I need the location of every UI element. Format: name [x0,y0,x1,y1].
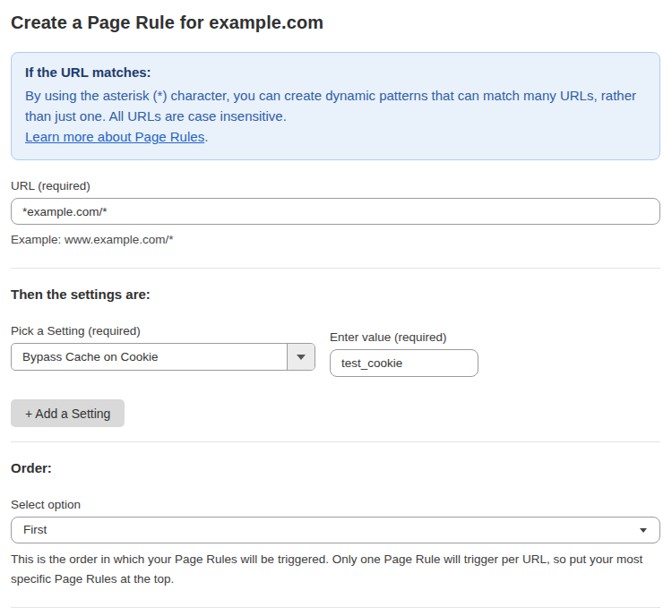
setting-value-column: Enter value (required) [330,330,478,377]
link-suffix: . [204,129,208,144]
setting-dropdown-value: Bypass Cache on Cookie [12,344,287,370]
order-heading: Order: [11,460,660,475]
setting-picker-column: Pick a Setting (required) Bypass Cache o… [11,324,315,371]
info-box-body: By using the asterisk (*) character, you… [25,85,639,126]
page-title: Create a Page Rule for example.com [11,13,660,33]
url-section: URL (required) Example: www.example.com/… [11,179,660,249]
url-input[interactable] [11,198,660,225]
info-box-heading: If the URL matches: [25,64,645,80]
settings-heading: Then the settings are: [11,287,660,302]
caret-down-icon [640,528,647,533]
setting-dropdown-arrow-button[interactable] [287,344,314,370]
setting-value-input[interactable] [330,349,478,377]
url-example-text: Example: www.example.com/* [11,231,660,249]
settings-row: Pick a Setting (required) Bypass Cache o… [11,324,660,377]
divider [11,268,660,269]
setting-picker-label: Pick a Setting (required) [11,324,315,338]
url-label: URL (required) [11,179,660,192]
info-box-link-line: Learn more about Page Rules. [25,126,645,147]
order-select[interactable]: First [11,517,660,543]
order-help-text: This is the order in which your Page Rul… [11,550,658,589]
learn-more-link[interactable]: Learn more about Page Rules [25,129,204,144]
caret-down-icon [297,355,306,360]
divider [11,441,660,442]
setting-dropdown[interactable]: Bypass Cache on Cookie [11,343,315,371]
url-matches-info-box: If the URL matches: By using the asteris… [11,52,660,160]
order-select-value: First [12,518,659,543]
setting-value-label: Enter value (required) [330,330,478,344]
order-section: Order: Select option First This is the o… [11,460,660,589]
settings-section: Then the settings are: Pick a Setting (r… [11,287,660,427]
order-select-label: Select option [11,498,660,511]
divider [11,607,660,608]
add-setting-button[interactable]: + Add a Setting [11,399,125,427]
